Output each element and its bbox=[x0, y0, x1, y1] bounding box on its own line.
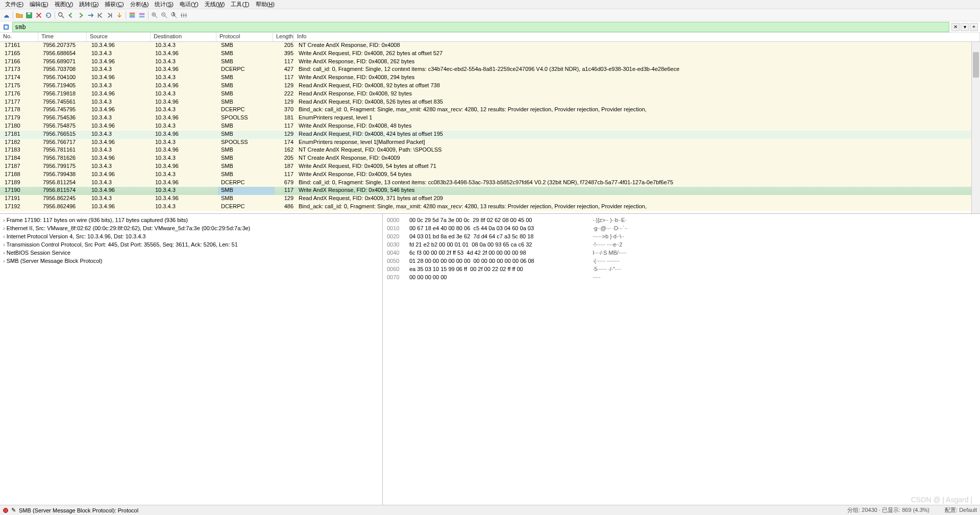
packet-row[interactable]: 171667956.68907110.3.4.9610.3.4.3SMB117W… bbox=[0, 58, 980, 66]
filter-bar: ✕ ▾ + bbox=[0, 21, 980, 33]
packet-scrollbar[interactable] bbox=[971, 42, 980, 213]
detail-tree-item[interactable]: Frame 17190: 117 bytes on wire (936 bits… bbox=[3, 216, 379, 224]
svg-rect-3 bbox=[130, 12, 135, 14]
autoscroll-icon[interactable] bbox=[115, 11, 124, 20]
status-packets-text: 分组: 20430 · 已显示: 869 (4.3%) bbox=[847, 506, 929, 514]
col-info-header[interactable]: Info bbox=[294, 33, 980, 41]
hex-row[interactable]: 0030fd 21 e2 b2 00 00 01 01 08 0a 00 93 … bbox=[387, 240, 976, 249]
jump-icon[interactable] bbox=[86, 11, 95, 20]
hex-row[interactable]: 005001 28 00 00 00 00 00 00 00 00 00 00 … bbox=[387, 257, 976, 265]
detail-tree-item[interactable]: Ethernet II, Src: VMware_8f:02:62 (00:0c… bbox=[3, 224, 379, 232]
packet-row[interactable]: 171907956.81157410.3.4.9610.3.4.3SMB117W… bbox=[0, 187, 980, 195]
go-back-icon[interactable] bbox=[66, 11, 76, 20]
menu-item[interactable]: 编辑(E) bbox=[27, 0, 52, 9]
folder-open-icon[interactable] bbox=[15, 11, 24, 20]
menu-item[interactable]: 视图(V) bbox=[52, 0, 77, 9]
expert-info-icon[interactable] bbox=[3, 508, 8, 513]
find-icon[interactable] bbox=[57, 11, 66, 20]
packet-row[interactable]: 171917956.86224510.3.4.310.3.4.96SMB129R… bbox=[0, 195, 980, 203]
svg-rect-1 bbox=[28, 12, 30, 14]
hex-row[interactable]: 007000 00 00 00 00 ····· bbox=[387, 273, 976, 281]
menu-item[interactable]: 统计(S) bbox=[152, 0, 177, 9]
hex-row[interactable]: 000000 0c 29 5d 7a 3e 00 0c 29 8f 02 62 … bbox=[387, 216, 976, 224]
packet-row[interactable]: 171737956.70370810.3.4.310.3.4.96DCERPC4… bbox=[0, 66, 980, 74]
menu-item[interactable]: 文件(F) bbox=[2, 0, 27, 9]
packet-row[interactable]: 171777956.74556110.3.4.310.3.4.96SMB129R… bbox=[0, 99, 980, 107]
packet-row[interactable]: 171767956.71981810.3.4.9610.3.4.3SMB222R… bbox=[0, 90, 980, 99]
menu-item[interactable]: 帮助(H) bbox=[253, 0, 278, 9]
status-left-text: SMB (Server Message Block Protocol): Pro… bbox=[19, 507, 138, 513]
packet-row[interactable]: 171877956.79917510.3.4.310.3.4.96SMB187W… bbox=[0, 163, 980, 171]
packet-row[interactable]: 171757956.71940510.3.4.310.3.4.96SMB129R… bbox=[0, 82, 980, 90]
col-source-header[interactable]: Source bbox=[87, 33, 151, 41]
bookmark-filter-icon[interactable] bbox=[2, 23, 10, 31]
go-forward-icon[interactable] bbox=[76, 11, 85, 20]
col-time-header[interactable]: Time bbox=[38, 33, 87, 41]
packet-row[interactable]: 171797956.75453610.3.4.310.3.4.96SPOOLSS… bbox=[0, 114, 980, 122]
status-bar: ✎ SMB (Server Message Block Protocol): P… bbox=[0, 505, 980, 515]
packet-row[interactable]: 171657956.68865410.3.4.310.3.4.96SMB395W… bbox=[0, 50, 980, 58]
detail-tree-item[interactable]: NetBIOS Session Service bbox=[3, 249, 379, 257]
col-length-header[interactable]: Length bbox=[273, 33, 294, 41]
packet-row[interactable]: 171787956.74579510.3.4.9610.3.4.3DCERPC3… bbox=[0, 106, 980, 114]
svg-rect-4 bbox=[130, 14, 135, 16]
filter-clear-icon[interactable]: ✕ bbox=[951, 23, 960, 31]
display-filter-input[interactable] bbox=[12, 22, 949, 32]
filter-plus-button[interactable]: + bbox=[970, 23, 978, 31]
col-destination-header[interactable]: Destination bbox=[151, 33, 216, 41]
status-profile-text: 配置: Default bbox=[945, 506, 977, 514]
packet-row[interactable]: 171807956.75487510.3.4.9610.3.4.3SMB117W… bbox=[0, 122, 980, 131]
go-first-icon[interactable] bbox=[95, 11, 105, 20]
shark-fin-icon[interactable] bbox=[2, 11, 11, 20]
close-icon[interactable] bbox=[34, 11, 43, 20]
toolbar: 1 bbox=[0, 9, 980, 21]
packet-row[interactable]: 171617956.20737510.3.4.9610.3.4.3SMB205N… bbox=[0, 42, 980, 50]
packet-list-pane: No. Time Source Destination Protocol Len… bbox=[0, 33, 980, 505]
menu-item[interactable]: 电话(Y) bbox=[177, 0, 202, 9]
colorize2-icon[interactable] bbox=[137, 11, 146, 20]
packet-details-pane[interactable]: Frame 17190: 117 bytes on wire (936 bits… bbox=[0, 214, 383, 505]
svg-rect-6 bbox=[139, 13, 145, 15]
menu-item[interactable]: 捕获(C) bbox=[102, 0, 127, 9]
hex-row[interactable]: 0060ea 35 03 10 15 99 06 ff 00 2f 00 22 … bbox=[387, 265, 976, 273]
menu-item[interactable]: 工具(T) bbox=[228, 0, 252, 9]
col-no-header[interactable]: No. bbox=[0, 33, 38, 41]
edit-icon[interactable]: ✎ bbox=[11, 507, 16, 513]
svg-rect-7 bbox=[139, 15, 145, 17]
zoom-in-icon[interactable] bbox=[150, 11, 159, 20]
packet-row[interactable]: 171817956.76651510.3.4.310.3.4.96SMB129R… bbox=[0, 131, 980, 139]
menu-item[interactable]: 无线(W) bbox=[202, 0, 228, 9]
hex-row[interactable]: 002004 03 01 bd 8a ed 3e 62 7d d4 64 c7 … bbox=[387, 232, 976, 240]
packet-row[interactable]: 171827956.76671710.3.4.9610.3.4.3SPOOLSS… bbox=[0, 139, 980, 147]
menu-item[interactable]: 分析(A) bbox=[127, 0, 152, 9]
svg-rect-5 bbox=[130, 16, 135, 17]
packet-list[interactable]: 171617956.20737510.3.4.9610.3.4.3SMB205N… bbox=[0, 42, 980, 213]
packet-row[interactable]: 171887956.79943810.3.4.9610.3.4.3SMB117W… bbox=[0, 171, 980, 179]
zoom-out-icon[interactable] bbox=[160, 11, 169, 20]
packet-bytes-pane[interactable]: 000000 0c 29 5d 7a 3e 00 0c 29 8f 02 62 … bbox=[383, 214, 980, 505]
hex-row[interactable]: 001000 67 18 e4 40 00 80 06 c5 44 0a 03 … bbox=[387, 224, 976, 232]
hex-row[interactable]: 00406c f3 00 00 00 2f ff 53 4d 42 2f 00 … bbox=[387, 249, 976, 257]
packet-row[interactable]: 171747956.70410010.3.4.9610.3.4.3SMB117W… bbox=[0, 74, 980, 82]
resize-cols-icon[interactable] bbox=[179, 11, 188, 20]
packet-list-header: No. Time Source Destination Protocol Len… bbox=[0, 33, 980, 42]
detail-tree-item[interactable]: SMB (Server Message Block Protocol) bbox=[3, 257, 379, 265]
packet-row[interactable]: 171897956.81125410.3.4.310.3.4.96DCERPC6… bbox=[0, 179, 980, 187]
filter-apply-icon[interactable]: ▾ bbox=[961, 23, 969, 31]
save-icon[interactable] bbox=[24, 11, 34, 20]
packet-row[interactable]: 171847956.78162610.3.4.9610.3.4.3SMB205N… bbox=[0, 155, 980, 163]
menubar: 文件(F)编辑(E)视图(V)跳转(G)捕获(C)分析(A)统计(S)电话(Y)… bbox=[0, 0, 980, 9]
col-protocol-header[interactable]: Protocol bbox=[216, 33, 273, 41]
detail-tree-item[interactable]: Internet Protocol Version 4, Src: 10.3.4… bbox=[3, 232, 379, 240]
go-last-icon[interactable] bbox=[105, 11, 114, 20]
svg-rect-13 bbox=[5, 26, 8, 29]
packet-row[interactable]: 171927956.86249610.3.4.9610.3.4.3DCERPC4… bbox=[0, 203, 980, 211]
colorize-icon[interactable] bbox=[128, 11, 137, 20]
detail-tree-item[interactable]: Transmission Control Protocol, Src Port:… bbox=[3, 240, 379, 249]
zoom-reset-icon[interactable]: 1 bbox=[169, 11, 179, 20]
svg-point-2 bbox=[59, 12, 62, 16]
menu-item[interactable]: 跳转(G) bbox=[76, 0, 102, 9]
reload-icon[interactable] bbox=[44, 11, 53, 20]
svg-text:1: 1 bbox=[173, 12, 175, 16]
packet-row[interactable]: 171837956.78116110.3.4.310.3.4.96SMB162N… bbox=[0, 146, 980, 155]
